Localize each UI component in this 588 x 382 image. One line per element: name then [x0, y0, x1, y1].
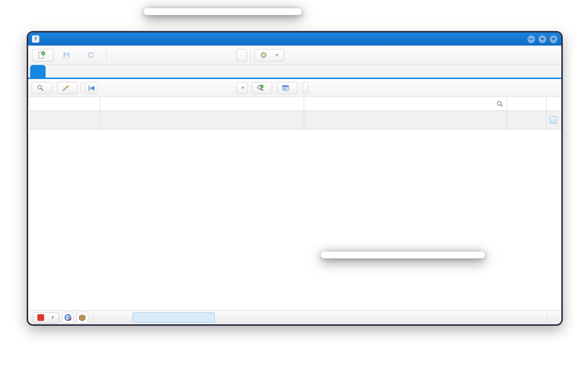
tab-main-page[interactable]: [46, 65, 61, 78]
search-toolbar: |◀ ▼: [28, 79, 561, 97]
tab-search-page[interactable]: [30, 65, 46, 78]
context-menu-actions: [144, 8, 302, 15]
app-icon: X: [32, 35, 39, 43]
first-record-button[interactable]: |◀: [84, 82, 98, 94]
filter-cell-status[interactable]: [507, 97, 547, 111]
new-icon: [37, 51, 45, 59]
save-button[interactable]: [57, 49, 79, 62]
column-header-description[interactable]: [100, 111, 304, 129]
search-toolbar-separator: [81, 82, 81, 93]
column-header-tender-template[interactable]: [30, 111, 100, 129]
search-button[interactable]: [32, 82, 52, 94]
change-status-button[interactable]: [236, 49, 247, 62]
filter-cell-description[interactable]: [100, 97, 304, 111]
toolbar-separator: [106, 50, 107, 61]
select-all-checkbox[interactable]: [550, 116, 557, 124]
form-icon: [282, 84, 290, 92]
refresh-icon: [87, 51, 95, 59]
refresh-button[interactable]: [82, 49, 103, 62]
more-search-fields-button[interactable]: [277, 82, 297, 94]
maximize-button[interactable]: ✦: [539, 35, 546, 43]
close-button[interactable]: ✕: [550, 35, 557, 43]
query-dropdown-button[interactable]: ▼: [236, 82, 248, 94]
chevron-down-icon: ▼: [50, 315, 55, 320]
chevron-down-icon: ▼: [275, 53, 279, 58]
filter-cell-scope[interactable]: [304, 97, 507, 111]
chevron-down-icon: ▼: [241, 85, 245, 90]
toolbar-separator: [250, 50, 251, 61]
clear-search-button[interactable]: [57, 82, 77, 94]
broom-icon: [62, 84, 69, 92]
filter-cell-checkbox: [547, 97, 560, 111]
column-header-status[interactable]: [507, 111, 547, 129]
table-header-row: [30, 111, 561, 129]
statusbar: ▼: [28, 310, 561, 324]
app-shortcut-button-1[interactable]: [62, 312, 74, 323]
app-shortcut-button-2[interactable]: [77, 312, 88, 323]
gear-icon: [260, 51, 267, 59]
menu-button[interactable]: ▼: [33, 312, 59, 323]
first-record-icon: |◀: [87, 84, 95, 92]
filter-row: [30, 97, 561, 111]
statusbar-separator: [547, 313, 548, 322]
context-menu-row: [321, 252, 485, 258]
column-header-scope[interactable]: [304, 111, 507, 129]
results-grid: [28, 97, 561, 310]
filter-cell-tender-template[interactable]: [30, 97, 100, 111]
globe-app-icon: [64, 314, 72, 321]
filter-search-icon[interactable]: [496, 100, 504, 108]
statusbar-separator: [93, 313, 94, 322]
new-button[interactable]: [32, 49, 53, 62]
app-window: X — ✦ ✕: [27, 31, 563, 326]
titlebar: X — ✦ ✕: [28, 32, 561, 46]
menu-logo-icon: [37, 314, 44, 321]
view-manage-queries-button[interactable]: [252, 82, 272, 94]
tab-bar: [28, 65, 561, 79]
sql-button[interactable]: [302, 82, 308, 94]
task-count: [542, 313, 556, 322]
minimize-button[interactable]: —: [527, 35, 535, 43]
taskbar-item-tender-template[interactable]: [132, 312, 215, 323]
package-icon: [79, 314, 86, 321]
main-toolbar: ▼: [28, 46, 561, 65]
more-actions-button[interactable]: ▼: [254, 49, 284, 62]
query-search-icon: [257, 84, 264, 92]
search-icon: [36, 84, 44, 92]
column-header-select-all[interactable]: [547, 111, 560, 129]
save-icon: [63, 51, 70, 59]
